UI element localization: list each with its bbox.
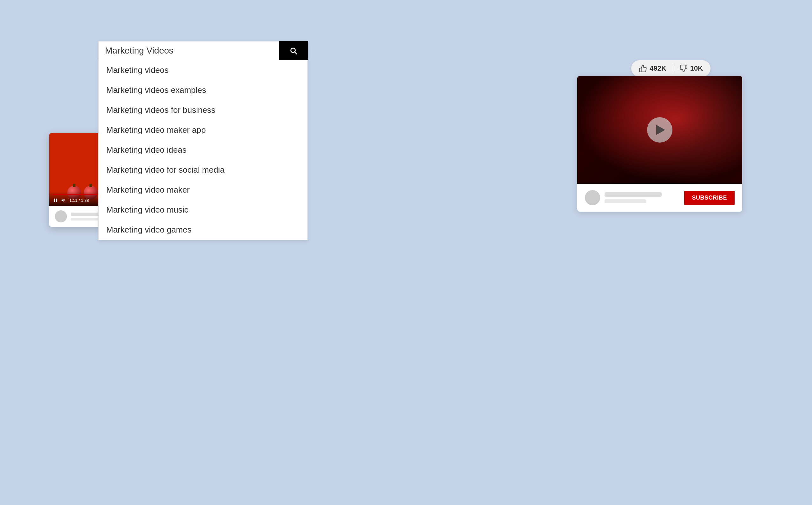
like-section[interactable]: 492K	[639, 64, 666, 72]
channel-name-line	[604, 192, 662, 197]
dislike-count: 10K	[690, 64, 703, 72]
like-dislike-badge: 492K 10K	[631, 60, 710, 77]
channel-info-big	[585, 190, 662, 205]
time-display: 1:11 / 1:38	[70, 198, 89, 203]
search-container: Marketing videos Marketing videos exampl…	[98, 41, 308, 240]
subscribe-button-big[interactable]: SUBSCRIBE	[684, 191, 734, 205]
dropdown-item-4[interactable]: Marketing video ideas	[99, 140, 307, 160]
search-icon	[289, 46, 298, 55]
like-dislike-divider	[673, 64, 673, 73]
video-thumbnail-big[interactable]	[577, 76, 742, 184]
search-dropdown: Marketing videos Marketing videos exampl…	[98, 60, 308, 240]
video-info-big: SUBSCRIBE	[577, 184, 742, 212]
dropdown-item-6[interactable]: Marketing video maker	[99, 180, 307, 200]
video-card-big: SUBSCRIBE	[577, 76, 742, 212]
svg-rect-1	[56, 199, 57, 202]
time-current: 1:11	[70, 198, 78, 203]
avatar-big	[585, 190, 600, 205]
play-triangle-big	[656, 125, 665, 135]
play-button-big[interactable]	[647, 117, 673, 143]
search-input[interactable]	[98, 41, 279, 60]
dropdown-item-3[interactable]: Marketing video maker app	[99, 120, 307, 140]
controls-left: 1:11 / 1:38	[53, 198, 89, 203]
like-count: 492K	[650, 64, 666, 72]
volume-button[interactable]	[61, 198, 66, 203]
thumbs-up-icon	[639, 64, 647, 72]
search-bar	[98, 41, 308, 60]
dropdown-item-2[interactable]: Marketing videos for business	[99, 100, 307, 120]
dropdown-item-5[interactable]: Marketing video for social media	[99, 160, 307, 180]
dropdown-item-7[interactable]: Marketing video music	[99, 200, 307, 220]
search-button[interactable]	[279, 41, 308, 60]
channel-sub-line-small	[71, 218, 99, 220]
time-total: 1:38	[81, 198, 89, 203]
channel-sub-line	[604, 199, 646, 203]
dropdown-item-8[interactable]: Marketing video games	[99, 220, 307, 240]
avatar-small	[55, 210, 67, 222]
dropdown-item-1[interactable]: Marketing videos examples	[99, 80, 307, 100]
thumbs-down-icon	[679, 64, 688, 72]
dropdown-item-0[interactable]: Marketing videos	[99, 60, 307, 80]
channel-lines-big	[604, 192, 662, 203]
pause-button[interactable]	[53, 198, 58, 203]
dislike-section[interactable]: 10K	[679, 64, 703, 72]
svg-rect-0	[54, 199, 55, 202]
